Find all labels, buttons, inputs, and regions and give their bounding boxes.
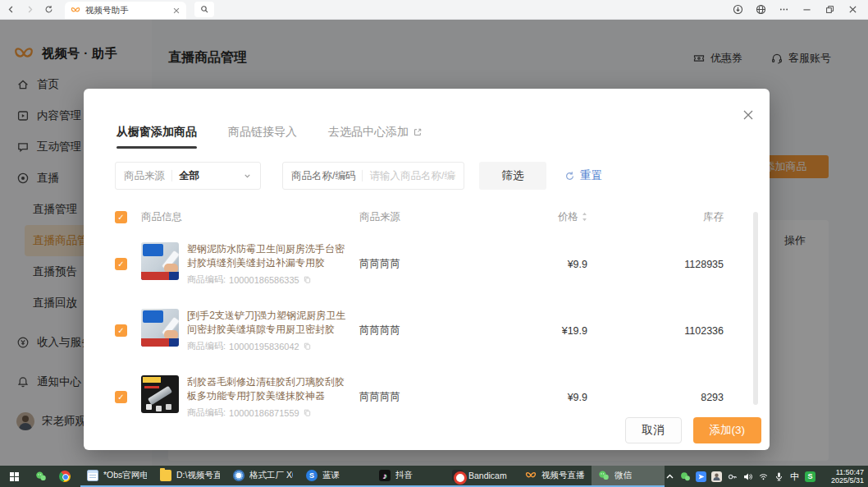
globe-icon[interactable]	[756, 4, 766, 15]
filter-button[interactable]: 筛选	[479, 162, 546, 190]
copy-icon[interactable]	[303, 275, 312, 284]
mic-icon[interactable]	[774, 471, 784, 482]
confirm-add-button[interactable]: 添加(3)	[693, 417, 762, 443]
modal-tab[interactable]: 商品链接导入	[228, 125, 297, 149]
product-code-value: 10000186871559	[229, 408, 299, 418]
select-all-checkbox[interactable]: ✓	[115, 211, 127, 223]
tray-time: 11:50:47	[823, 468, 864, 477]
tab-close-icon[interactable]	[172, 7, 180, 15]
source-select[interactable]: 商品来源 全部	[115, 162, 261, 190]
product-name[interactable]: 刮胶器毛刺修边清硅胶刮刀璃胶刮胶板多功能专用打胶美缝抹胶神器	[187, 375, 353, 403]
taskbar-app-lanke[interactable]: S蓝课	[299, 466, 372, 487]
product-text: 刮胶器毛刺修边清硅胶刮刀璃胶刮胶板多功能专用打胶美缝抹胶神器商品编码: 1000…	[187, 375, 353, 419]
restore-icon[interactable]	[825, 4, 835, 15]
browser-tab[interactable]: 视频号助手	[65, 2, 186, 19]
modal-tab-label: 去选品中心添加	[328, 125, 409, 140]
modal-close-icon[interactable]	[742, 108, 755, 122]
product-name[interactable]: [到手2支送铲刀]强力塑钢泥厨房卫生间密封胶美缝填隙专用厨卫密封胶150M...	[187, 309, 353, 337]
modal-tabs: 从橱窗添加商品商品链接导入去选品中心添加	[84, 89, 770, 149]
notepad-icon	[87, 470, 98, 481]
product-source: 苘苘苘苘	[359, 390, 466, 404]
back-icon[interactable]	[2, 2, 19, 18]
scraper-tool-photo	[141, 375, 179, 413]
divider	[171, 170, 172, 181]
taskbar-app-douyin[interactable]: ♪抖音	[372, 466, 445, 487]
product-code-label: 商品编码:	[187, 273, 226, 286]
download-icon[interactable]	[733, 4, 743, 15]
product-code-value: 10000195836042	[229, 342, 299, 351]
wechat-icon	[35, 471, 47, 482]
price-header-label: 价格	[558, 210, 578, 224]
windows-logo-icon	[10, 472, 19, 481]
search-button[interactable]	[194, 2, 214, 17]
taskbar-chrome-icon[interactable]	[53, 466, 77, 487]
more-icon[interactable]	[779, 4, 789, 15]
product-source: 苘苘苘苘	[359, 257, 466, 271]
ff-icon	[233, 470, 244, 481]
modal-tab-label: 从橱窗添加商品	[116, 125, 197, 140]
tray-clock[interactable]: 11:50:472025/5/31	[823, 468, 864, 485]
network-icon[interactable]	[758, 471, 769, 482]
taskbar-app-ff[interactable]: 格式工厂 X64 ...	[226, 466, 299, 487]
product-text: 塑钢泥防水防霉卫生间厨房洗手台密封胶填缝剂美缝封边补漏专用胶150ml...商品…	[187, 242, 353, 286]
row-checkbox-checked[interactable]: ✓	[115, 258, 127, 270]
ime-indicator[interactable]: 中	[789, 471, 800, 483]
wechat-tray-icon[interactable]	[680, 471, 691, 482]
product-code: 商品编码: 10000186871559	[187, 407, 353, 419]
screen: 视频号助手 视频号 · 助手 首页内容管理互动管理直播直播管理直播商品管理直播预…	[0, 0, 868, 487]
taskbar-app-bandicam[interactable]: Bandicam	[445, 466, 519, 487]
product-info-cell: [到手2支送铲刀]强力塑钢泥厨房卫生间密封胶美缝填隙专用厨卫密封胶150M...…	[141, 309, 353, 352]
taskbar: *Obs官网电脑...D:\视频号直播...格式工厂 X64 ...S蓝课♪抖音…	[0, 466, 868, 487]
dongle-tray-icon[interactable]	[727, 471, 738, 482]
table-row: ✓[到手2支送铲刀]强力塑钢泥厨房卫生间密封胶美缝填隙专用厨卫密封胶150M..…	[84, 297, 770, 364]
product-name[interactable]: 塑钢泥防水防霉卫生间厨房洗手台密封胶填缝剂美缝封边补漏专用胶150ml...	[187, 242, 353, 270]
copy-icon[interactable]	[303, 408, 312, 417]
taskbar-app-folder[interactable]: D:\视频号直播...	[153, 466, 226, 487]
info-column-header: 商品信息	[141, 210, 353, 224]
refresh-icon[interactable]	[40, 2, 57, 18]
product-stock: 1128935	[594, 259, 724, 270]
product-price: ¥19.9	[473, 325, 587, 337]
security-tray-icon[interactable]: S	[805, 471, 815, 482]
product-stock: 8293	[594, 392, 724, 403]
contact-tray-icon[interactable]	[711, 471, 722, 482]
modal-tab[interactable]: 从橱窗添加商品	[116, 125, 197, 149]
chrome-icon	[59, 471, 71, 482]
taskbar-app-channels[interactable]: 视频号直播伴侣	[519, 466, 592, 487]
close-icon[interactable]	[847, 4, 858, 15]
taskbar-app-wechat[interactable]: 微信	[592, 466, 665, 487]
tray-expand-icon[interactable]	[665, 471, 675, 482]
reset-button[interactable]: 重置	[564, 168, 602, 183]
copy-icon[interactable]	[303, 342, 312, 351]
taskbar-app-notepad[interactable]: *Obs官网电脑...	[80, 466, 153, 487]
divider	[362, 170, 363, 181]
modal-footer: 取消 添加(3)	[625, 417, 762, 443]
row-checkbox-checked[interactable]: ✓	[115, 391, 127, 403]
add-product-modal: 从橱窗添加商品商品链接导入去选品中心添加 商品来源 全部 商品名称/编码 请输入…	[84, 89, 770, 450]
search-field-label: 商品名称/编码	[291, 169, 355, 183]
search-icon	[200, 5, 209, 14]
sort-icon	[582, 212, 587, 222]
lanke-icon: S	[306, 470, 318, 481]
modal-tab[interactable]: 去选品中心添加	[328, 125, 423, 149]
product-price: ¥9.9	[473, 259, 587, 270]
row-checkbox-checked[interactable]: ✓	[115, 324, 127, 337]
start-button[interactable]	[0, 466, 29, 487]
meeting-tray-icon[interactable]	[696, 471, 706, 482]
sealant-tube-photo	[141, 242, 179, 280]
taskbar-app-label: 蓝课	[322, 470, 340, 481]
product-search-field[interactable]: 商品名称/编码 请输入商品名称/编码搜索	[282, 162, 464, 190]
table-row: ✓塑钢泥防水防霉卫生间厨房洗手台密封胶填缝剂美缝封边补漏专用胶150ml...商…	[84, 231, 770, 297]
minimize-icon[interactable]	[802, 4, 812, 15]
cancel-button[interactable]: 取消	[625, 417, 682, 443]
taskbar-app-label: 格式工厂 X64 ...	[249, 470, 293, 481]
taskbar-app-label: 抖音	[395, 470, 413, 481]
volume-icon[interactable]	[742, 471, 753, 482]
price-column-header[interactable]: 价格	[473, 210, 587, 224]
taskbar-app-label: D:\视频号直播...	[176, 470, 220, 481]
tab-title: 视频号助手	[85, 5, 167, 16]
modal-scrollbar[interactable]	[753, 212, 758, 405]
taskbar-wechat-pinned-icon[interactable]	[29, 466, 53, 487]
channels-icon	[525, 470, 537, 481]
forward-icon[interactable]	[21, 2, 38, 18]
